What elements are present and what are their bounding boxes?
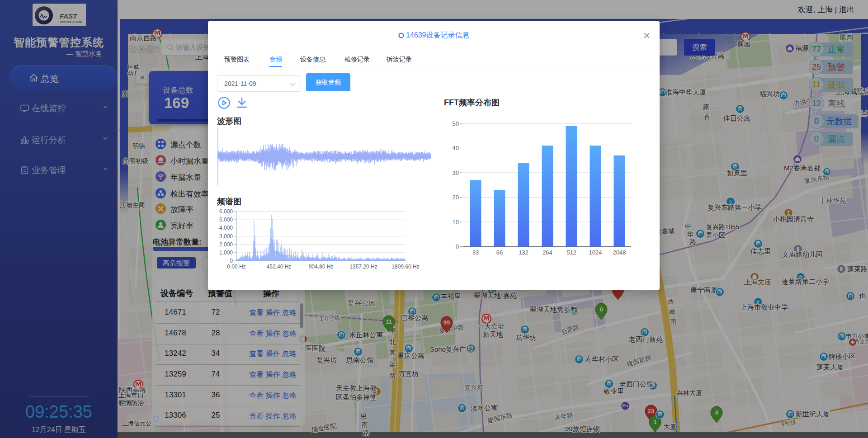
svg-text:512: 512 [566,249,576,256]
svg-text:30: 30 [453,170,459,176]
svg-text:50: 50 [453,120,459,127]
svg-text:0: 0 [456,243,459,250]
svg-text:10: 10 [453,219,459,226]
svg-text:264: 264 [542,249,552,256]
svg-text:40: 40 [453,145,459,151]
svg-text:33: 33 [472,249,479,256]
svg-text:132: 132 [519,249,528,256]
svg-text:1024: 1024 [589,249,602,256]
svg-text:2048: 2048 [613,249,626,256]
svg-text:66: 66 [496,249,503,256]
svg-text:20: 20 [453,194,459,201]
